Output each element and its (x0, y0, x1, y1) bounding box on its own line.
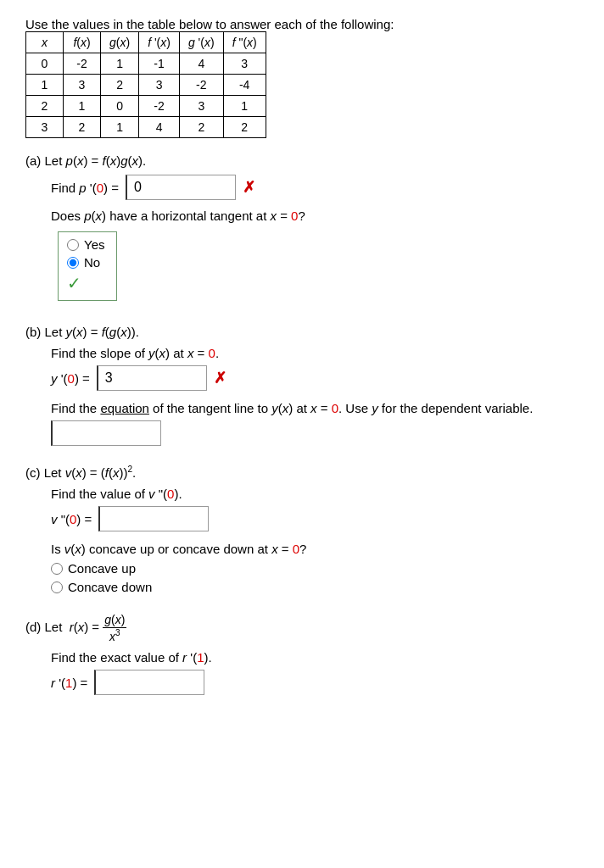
part-c-eq-label: v "(0) = (51, 512, 92, 526)
part-a-yes-option[interactable]: Yes (67, 237, 104, 252)
part-b-label: (b) Let y(x) = f(g(x)). (25, 325, 579, 339)
concave-down-option[interactable]: Concave down (51, 580, 579, 594)
part-b-equation-input[interactable] (51, 420, 161, 446)
table-row: 321422 (26, 117, 266, 138)
part-c-input[interactable] (98, 506, 209, 531)
part-c-label: (c) Let v(x) = (f(x))2. (25, 465, 579, 480)
part-a-error-icon: ✗ (243, 178, 255, 197)
data-table: x f(x) g(x) f '(x) g '(x) f "(x) 0-21-14… (25, 31, 266, 138)
part-a-input[interactable] (126, 175, 236, 200)
part-c-concave: Is v(x) concave up or concave down at x … (51, 542, 579, 594)
col-x: x (26, 32, 64, 53)
concave-up-label: Concave up (68, 561, 136, 576)
part-a-eq-label: Find p '(0) = (51, 181, 119, 195)
concave-up-option[interactable]: Concave up (51, 561, 579, 576)
part-d-label: (d) Let r(x) = g(x) x3 (25, 613, 579, 643)
part-a-check-icon: ✓ (67, 273, 81, 293)
part-a-radio-group: Yes No ✓ (58, 231, 117, 301)
col-gx: g(x) (101, 32, 139, 53)
col-gpx: g '(x) (179, 32, 223, 53)
part-d-fraction: g(x) x3 (103, 613, 126, 643)
part-a-no-label: No (84, 255, 100, 270)
concave-down-label: Concave down (68, 580, 152, 594)
fraction-denominator: x3 (108, 628, 122, 643)
part-a-label: (a) Let p(x) = f(x)g(x). (25, 153, 579, 168)
intro-text: Use the values in the table below to ans… (25, 17, 579, 31)
part-a-no-radio[interactable] (67, 257, 79, 269)
part-b-slope-input[interactable] (97, 365, 207, 391)
part-d-input[interactable] (94, 670, 204, 695)
fraction-numerator: g(x) (103, 613, 126, 628)
table-row: 1323-2-4 (26, 75, 266, 96)
part-c-find: Find the value of v "(0). v "(0) = (51, 487, 579, 531)
col-fpx: f '(x) (139, 32, 180, 53)
concave-up-radio[interactable] (51, 563, 63, 575)
col-fx: f(x) (64, 32, 101, 53)
table-row: 210-231 (26, 96, 266, 117)
part-a-yes-label: Yes (84, 237, 104, 252)
part-b-tangent-line: Find the equation of the tangent line to… (51, 401, 579, 446)
part-d: (d) Let r(x) = g(x) x3 Find the exact va… (25, 613, 579, 695)
part-a-find: Find p '(0) = ✗ Does p(x) have a horizon… (51, 175, 579, 306)
part-c-concave-group: Concave up Concave down (51, 561, 579, 594)
col-fppx: f "(x) (223, 32, 266, 53)
part-c-concave-label: Is v(x) concave up or concave down at x … (51, 542, 579, 556)
part-b: (b) Let y(x) = f(g(x)). Find the slope o… (25, 325, 579, 446)
part-d-eq-label: r '(1) = (51, 676, 87, 690)
part-a-no-option[interactable]: No (67, 255, 104, 270)
part-a-yes-radio[interactable] (67, 239, 79, 251)
concave-down-radio[interactable] (51, 581, 63, 593)
part-b-slope-eq: y '(0) = (51, 371, 90, 386)
part-b-equation-label: Find the equation of the tangent line to… (51, 401, 579, 415)
part-c-find-label: Find the value of v "(0). (51, 487, 579, 501)
part-b-slope-label: Find the slope of y(x) at x = 0. (51, 346, 579, 360)
part-a: (a) Let p(x) = f(x)g(x). Find p '(0) = ✗… (25, 153, 579, 306)
part-b-slope: Find the slope of y(x) at x = 0. y '(0) … (51, 346, 579, 391)
part-a-tangent-question: Does p(x) have a horizontal tangent at x… (51, 209, 579, 223)
table-row: 0-21-143 (26, 53, 266, 75)
part-c: (c) Let v(x) = (f(x))2. Find the value o… (25, 465, 579, 594)
part-b-error-icon: ✗ (214, 369, 226, 387)
part-d-find: Find the exact value of r '(1). r '(1) = (51, 650, 579, 695)
part-d-find-label: Find the exact value of r '(1). (51, 650, 579, 665)
